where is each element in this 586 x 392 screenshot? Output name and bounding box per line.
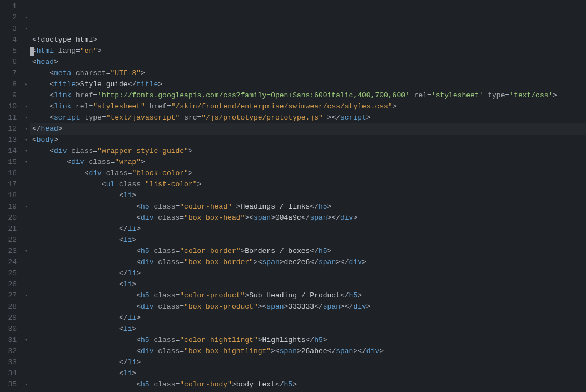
code-line[interactable]: <li>: [32, 368, 586, 379]
token-p: >: [292, 380, 297, 389]
fold-marker-icon[interactable]: ▾: [22, 101, 30, 112]
token-p: <: [32, 58, 37, 66]
token-s: "en": [80, 47, 97, 55]
code-line[interactable]: <div class="box box-hightlingt"><span>26…: [32, 346, 586, 357]
fold-marker-icon[interactable]: ▾: [22, 23, 30, 34]
token-t: div: [349, 258, 362, 266]
token-t: h5: [314, 336, 323, 344]
line-number: 25: [3, 268, 17, 279]
token-p: </: [314, 302, 323, 311]
code-line[interactable]: <h5 class="color-body">body text</h5>: [32, 379, 586, 390]
token-t: ul: [106, 180, 115, 188]
code-line[interactable]: <link href='http://fonts.googleapis.com/…: [32, 90, 586, 101]
token-s: "list-color": [145, 180, 197, 188]
token-t: h5: [141, 202, 150, 211]
code-line[interactable]: </li>: [32, 357, 586, 368]
token-t: h5: [349, 291, 358, 300]
fold-marker-icon[interactable]: ▾: [22, 335, 30, 346]
line-number: 27: [3, 290, 17, 301]
code-line[interactable]: <li>: [32, 324, 586, 335]
code-line[interactable]: <html lang="en">: [32, 46, 586, 57]
token-p: =: [180, 302, 184, 311]
token-p: >: [258, 336, 262, 344]
token-p: =: [93, 91, 97, 100]
code-line[interactable]: <script type="text/javascript" src="/js/…: [32, 112, 586, 123]
code-line[interactable]: <h5 class="color-head" >Headings / links…: [32, 201, 586, 212]
code-line[interactable]: <!doctype html>: [32, 34, 586, 46]
token-p: <: [136, 202, 141, 211]
code-line[interactable]: <div class="wrapper style-guide">: [32, 146, 586, 157]
fold-marker-icon[interactable]: ▾: [22, 379, 30, 390]
line-number: 24: [3, 257, 17, 268]
token-t: title: [54, 80, 76, 88]
code-line[interactable]: <li>: [32, 190, 586, 201]
code-line[interactable]: <div class="box box-border"><span>dee2e6…: [32, 257, 586, 268]
code-line[interactable]: <div class="box box-product"><span>33333…: [32, 301, 586, 312]
fold-marker-empty: [22, 279, 30, 290]
line-number: 23: [3, 246, 17, 257]
code-line[interactable]: <h5 class="color-hightlingt">Highlights<…: [32, 335, 586, 346]
line-number-gutter: 1234567891011121314151617181920212223242…: [0, 0, 22, 392]
code-line[interactable]: </li>: [32, 224, 586, 235]
token-p: >: [245, 291, 249, 300]
line-number: 32: [3, 346, 17, 357]
code-line[interactable]: <h5 class="color-product">Sub Heading / …: [32, 290, 586, 301]
fold-marker-icon[interactable]: ▾: [22, 246, 30, 257]
fold-marker-icon[interactable]: ▾: [22, 201, 30, 212]
fold-marker-icon[interactable]: ▾: [22, 290, 30, 301]
code-line[interactable]: <div class="block-color">: [32, 168, 586, 179]
fold-marker-empty: [22, 224, 30, 235]
fold-marker-icon[interactable]: ▾: [22, 157, 30, 168]
fold-column[interactable]: ▾▾▸▾▾▾▾▾▾▾▾▾▾▾: [22, 0, 30, 392]
code-line[interactable]: <div class="wrap">: [32, 157, 586, 168]
token-p: >: [136, 314, 141, 322]
token-p: <: [32, 136, 37, 144]
token-p: =: [102, 113, 106, 122]
token-p: <: [119, 280, 123, 289]
code-line[interactable]: <link rel="stylesheet" href="/skin/front…: [32, 101, 586, 112]
token-p: =: [141, 180, 145, 188]
code-line[interactable]: <ul class="list-color">: [32, 179, 586, 190]
token-p: >: [158, 80, 162, 88]
code-line[interactable]: <h5 class="color-border">Borders / boxes…: [32, 246, 586, 257]
token-p: >: [54, 136, 58, 144]
line-number: 10: [3, 101, 17, 112]
token-p: [145, 102, 150, 111]
fold-marker-icon[interactable]: ▾: [22, 123, 30, 135]
fold-marker-icon[interactable]: ▾: [22, 146, 30, 157]
code-line[interactable]: <li>: [32, 279, 586, 290]
token-t: div: [353, 302, 366, 311]
code-line[interactable]: <body>: [32, 135, 586, 146]
line-number: 26: [3, 279, 17, 290]
token-s: "color-hightlingt": [180, 336, 257, 344]
token-a: src: [184, 113, 197, 122]
token-t: div: [54, 147, 67, 155]
token-t: h5: [319, 202, 327, 211]
code-line[interactable]: </head>: [32, 123, 586, 135]
code-line[interactable]: <div class="box box-head"><span>004a9c</…: [32, 212, 586, 224]
code-line[interactable]: <meta charset="UTF-8">: [32, 68, 586, 79]
fold-marker-icon[interactable]: ▸: [22, 79, 30, 90]
fold-marker-icon[interactable]: ▾: [22, 135, 30, 146]
code-area[interactable]: <!doctype html><html lang="en"><head> <m…: [30, 0, 586, 392]
code-line[interactable]: <title>Style guide</title>: [32, 79, 586, 90]
code-line[interactable]: <li>: [32, 235, 586, 246]
fold-marker-icon[interactable]: ▾: [22, 112, 30, 123]
fold-marker-empty: [22, 34, 30, 46]
token-p: >: [393, 102, 397, 111]
token-p: <: [49, 147, 54, 155]
token-p: >: [271, 214, 275, 222]
line-number: 6: [3, 57, 17, 68]
code-line[interactable]: <head>: [32, 57, 586, 68]
token-p: [115, 180, 119, 188]
fold-marker-icon[interactable]: ▾: [22, 12, 30, 23]
token-p: <: [49, 113, 54, 122]
code-line[interactable]: </li>: [32, 312, 586, 324]
token-p: </: [119, 314, 128, 322]
token-a: class: [158, 258, 180, 266]
code-editor[interactable]: 1234567891011121314151617181920212223242…: [0, 0, 586, 392]
code-line[interactable]: </li>: [32, 268, 586, 279]
token-a: class: [158, 214, 180, 222]
line-number: 19: [3, 201, 17, 212]
line-number: 7: [3, 68, 17, 79]
